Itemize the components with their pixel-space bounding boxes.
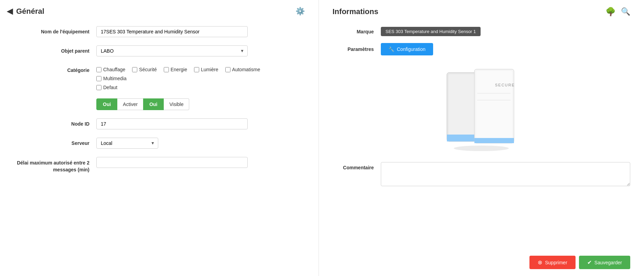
toggles-container: Oui Activer Oui Visible	[96, 98, 189, 110]
checkbox-chauffage[interactable]: Chauffage	[96, 67, 125, 72]
objet-parent-label: Objet parent	[14, 45, 89, 54]
nom-label: Nom de l'équipement	[14, 26, 89, 34]
checkbox-automatisme[interactable]: Automatisme	[225, 67, 260, 72]
node-id-input[interactable]	[96, 118, 248, 129]
checkbox-energie-input[interactable]	[164, 67, 169, 72]
svg-rect-10	[474, 138, 514, 143]
checkbox-lumiere-input[interactable]	[194, 67, 199, 72]
serveur-row: Serveur Local ▼	[14, 138, 305, 149]
objet-parent-select[interactable]: LABO	[96, 45, 248, 56]
right-icons: 🌳 🔍	[605, 7, 630, 17]
serveur-select-wrap: Local ▼	[96, 138, 158, 149]
footer-buttons: ⊗ Supprimer ✔ Sauvegarder	[333, 245, 631, 269]
svg-point-0	[454, 146, 509, 151]
objet-parent-select-wrap: LABO ▼	[96, 45, 248, 56]
sauvegarder-label: Sauvegarder	[594, 260, 622, 265]
checkbox-defaut-input[interactable]	[96, 85, 101, 90]
serveur-label: Serveur	[14, 138, 89, 146]
panel-header: ◀ Général ⚙️	[7, 7, 305, 16]
node-id-label: Node ID	[14, 118, 89, 127]
parametres-row: Paramètres 🔧 Configuration	[333, 43, 631, 55]
checkbox-lumiere[interactable]: Lumière	[194, 67, 218, 72]
minus-circle-icon: ⊗	[538, 259, 542, 266]
back-icon[interactable]: ◀	[7, 7, 13, 16]
checkbox-automatisme-input[interactable]	[225, 67, 230, 72]
nom-input[interactable]	[96, 26, 248, 37]
btn-oui-1[interactable]: Oui	[96, 98, 117, 110]
device-image: SECURE	[440, 62, 523, 152]
config-btn-label: Configuration	[397, 46, 426, 52]
svg-rect-2	[449, 74, 476, 140]
supprimer-label: Supprimer	[545, 260, 567, 265]
config-button[interactable]: 🔧 Configuration	[381, 43, 433, 55]
categorie-row: Catégorie Chauffage Sécurité Energie	[14, 65, 305, 90]
nom-control	[96, 26, 248, 37]
right-panel: Informations 🌳 🔍 Marque SES 303 Temperat…	[319, 0, 644, 276]
serveur-select[interactable]: Local	[96, 138, 158, 149]
delai-input[interactable]	[96, 157, 248, 168]
form-section: Nom de l'équipement Objet parent LABO ▼	[7, 26, 305, 173]
visible-label: Visible	[164, 98, 189, 110]
commentaire-label: Commentaire	[333, 162, 374, 170]
gear-icon[interactable]: ⚙️	[296, 7, 305, 16]
categorie-control: Chauffage Sécurité Energie Lumière A	[96, 65, 303, 90]
toggles-row: Oui Activer Oui Visible	[14, 98, 305, 110]
sauvegarder-button[interactable]: ✔ Sauvegarder	[579, 256, 630, 269]
left-panel: ◀ Général ⚙️ Nom de l'équipement Objet p…	[0, 0, 319, 276]
right-header: Informations 🌳 🔍	[333, 7, 631, 17]
delai-control	[96, 157, 248, 168]
svg-text:SECURE: SECURE	[495, 83, 515, 87]
checkbox-defaut[interactable]: Defaut	[96, 85, 117, 90]
delai-row: Délai maximum autorisé entre 2 messages …	[14, 157, 305, 173]
commentaire-textarea[interactable]	[381, 162, 631, 186]
objet-parent-row: Objet parent LABO ▼	[14, 45, 305, 56]
serveur-control: Local ▼	[96, 138, 248, 149]
checkbox-energie[interactable]: Energie	[164, 67, 187, 72]
checkbox-multimedia[interactable]: Multimedia	[96, 76, 303, 81]
node-id-row: Node ID	[14, 118, 305, 129]
node-id-control	[96, 118, 248, 129]
nom-row: Nom de l'équipement	[14, 26, 305, 37]
marque-label: Marque	[333, 29, 374, 34]
panel-title: ◀ Général	[7, 7, 44, 16]
right-title: Informations	[333, 7, 378, 16]
objet-parent-control: LABO ▼	[96, 45, 248, 56]
checkbox-securite-input[interactable]	[132, 67, 137, 72]
marque-badge: SES 303 Temperature and Humidity Sensor …	[381, 27, 481, 36]
checkbox-multimedia-input[interactable]	[96, 76, 101, 81]
supprimer-button[interactable]: ⊗ Supprimer	[529, 256, 576, 269]
btn-oui-2[interactable]: Oui	[143, 98, 164, 110]
svg-rect-4	[447, 139, 478, 141]
device-svg: SECURE	[440, 62, 523, 152]
activer-label: Activer	[117, 98, 143, 110]
checkboxes-wrap: Chauffage Sécurité Energie Lumière A	[96, 65, 303, 90]
tree-icon[interactable]: 🌳	[605, 7, 616, 17]
check-circle-icon: ✔	[587, 259, 592, 266]
info-section: Marque SES 303 Temperature and Humidity …	[333, 27, 631, 55]
commentaire-row: Commentaire	[333, 162, 631, 186]
categorie-label: Catégorie	[14, 65, 89, 73]
marque-row: Marque SES 303 Temperature and Humidity …	[333, 27, 631, 36]
delai-label: Délai maximum autorisé entre 2 messages …	[14, 157, 89, 173]
search-icon[interactable]: 🔍	[621, 7, 630, 16]
svg-rect-6	[476, 71, 512, 141]
wrench-icon: 🔧	[388, 46, 394, 52]
panel-title-text: Général	[16, 7, 44, 16]
toggles-label-empty	[14, 98, 89, 101]
device-image-wrap: SECURE	[333, 62, 631, 152]
parametres-label: Paramètres	[333, 46, 374, 52]
checkbox-securite[interactable]: Sécurité	[132, 67, 157, 72]
checkbox-chauffage-input[interactable]	[96, 67, 101, 72]
